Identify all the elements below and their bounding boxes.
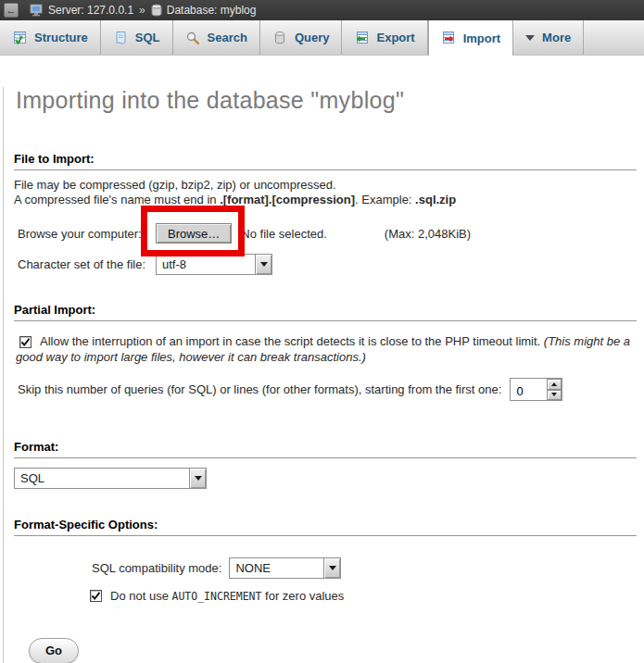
auto-increment-row: Do not use AUTO_INCREMENT for zero value… [14,589,639,603]
stepper-down-button[interactable] [547,390,562,401]
dropdown-arrow-icon[interactable] [323,558,340,578]
import-icon [441,31,456,45]
tab-bar-filler [584,20,644,55]
query-icon [272,31,287,45]
auto-increment-label-suffix: for zero values [261,589,344,603]
export-icon [354,31,369,45]
tab-label: More [542,31,571,44]
import-page: Importing into the database "myblog" Fil… [3,87,644,663]
tab-structure[interactable]: Structure [0,20,101,55]
compression-note-line1: File may be compressed (gzip, bzip2, zip… [14,178,336,192]
allow-interruption-row: Allow the interruption of an import in c… [14,333,637,365]
charset-select-value: utf-8 [157,255,255,274]
structure-icon [12,31,27,45]
skip-queries-label: Skip this number of queries (for SQL) or… [18,382,501,396]
breadcrumb-server[interactable]: Server: 127.0.0.1 [30,4,133,17]
allow-interruption-checkbox[interactable] [19,336,32,348]
tab-label: Export [376,31,414,44]
dropdown-arrow-icon[interactable] [255,255,271,274]
tab-search[interactable]: Search [173,20,260,55]
checkmark-icon [20,337,31,347]
max-size-note: (Max: 2,048KiB) [385,227,471,241]
browse-button[interactable]: Browse… [156,223,232,244]
tab-label: Import [463,31,500,45]
chevron-down-icon [525,35,535,41]
server-icon [30,4,44,17]
format-row: SQL [14,468,639,489]
allow-interruption-label: Allow the interruption of an import in c… [40,334,544,348]
skip-queries-input[interactable] [511,379,547,400]
breadcrumb-bar: ← Server: 127.0.0.1 » Database: myblog [0,0,644,20]
go-button[interactable]: Go [29,638,79,663]
section-heading-format: Format: [14,440,637,458]
checkmark-icon [91,591,101,601]
breadcrumb-separator: » [139,4,145,17]
compression-note-line2-prefix: A compressed file's name must end in [14,193,220,206]
tab-bar: Structure SQL Search Query [0,20,644,56]
charset-label: Character set of the file: [18,257,156,271]
database-icon [151,4,162,17]
format-select-value: SQL [15,469,189,488]
sql-compat-label: SQL compatibility mode: [92,561,221,575]
search-icon [185,31,200,45]
sql-compat-row: SQL compatibility mode: NONE [14,557,639,579]
compression-note-format-pattern: .[format].[compression] [220,193,355,206]
browse-label: Browse your computer: [18,227,156,241]
tab-export[interactable]: Export [342,20,427,55]
breadcrumb-server-label: Server: 127.0.0.1 [48,4,133,17]
skip-queries-row: Skip this number of queries (for SQL) or… [14,378,639,401]
tab-label: Query [295,31,330,44]
section-heading-format-options: Format-Specific Options: [14,518,637,536]
tab-sql[interactable]: SQL [101,20,173,55]
charset-row: Character set of the file: utf-8 [14,254,639,275]
charset-select[interactable]: utf-8 [156,254,272,275]
skip-queries-stepper[interactable] [510,378,562,401]
tab-import[interactable]: Import [428,20,513,56]
auto-increment-label-prefix: Do not use [110,589,172,603]
sql-compat-select-value: NONE [230,558,323,578]
stepper-buttons [547,379,562,400]
compression-note-example-value: .sql.zip [415,193,456,206]
auto-increment-checkbox[interactable] [90,590,102,602]
dropdown-arrow-icon[interactable] [189,469,206,488]
no-file-selected-text: No file selected. [241,227,327,241]
tab-label: Structure [34,31,88,44]
sql-icon [113,31,128,45]
tab-more[interactable]: More [513,20,584,55]
breadcrumb-database[interactable]: Database: myblog [151,4,257,17]
section-heading-file-to-import: File to Import: [14,152,637,170]
stepper-up-button[interactable] [547,379,562,390]
breadcrumb-database-label: Database: myblog [167,4,257,17]
tab-query[interactable]: Query [260,20,343,55]
auto-increment-label: Do not use AUTO_INCREMENT for zero value… [110,589,344,603]
browse-row: Browse your computer: Browse… No file se… [14,223,639,244]
tab-label: Search [208,31,247,44]
section-heading-partial-import: Partial Import: [14,303,637,321]
page-title: Importing into the database "myblog" [16,87,639,114]
compression-note-example-label: . Example: [355,193,415,206]
auto-increment-code: AUTO_INCREMENT [172,590,262,603]
compression-note: File may be compressed (gzip, bzip2, zip… [14,178,639,207]
format-select[interactable]: SQL [14,468,207,489]
tab-label: SQL [135,31,160,44]
sql-compat-select[interactable]: NONE [229,557,341,579]
back-arrow-button[interactable]: ← [4,3,19,18]
